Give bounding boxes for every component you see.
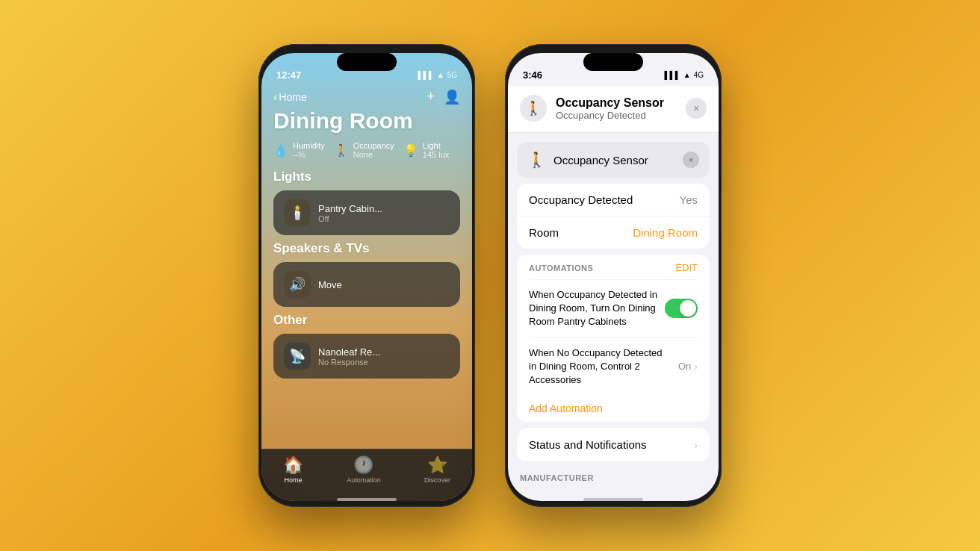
sensor-row-1: 💧 Humidity --% 🚶 Occupancy None 💡 (273, 141, 460, 159)
discover-tab-icon: ⭐ (427, 455, 447, 475)
nav-bar-1: ‹ Home + 👤 (273, 86, 460, 107)
battery-icon-1: 5G (447, 71, 457, 79)
nanoleaf-status: No Response (318, 358, 450, 367)
back-label-1: Home (279, 91, 306, 103)
nanoleaf-icon-wrap: 📡 (284, 343, 311, 370)
battery-icon-2: 4G (694, 71, 704, 79)
room-row[interactable]: Room Dining Room (517, 217, 710, 249)
tab-discover[interactable]: ⭐ Discover (424, 455, 450, 484)
signal-icon-1: ▌▌▌ (418, 71, 433, 79)
humidity-value: --% (293, 150, 325, 159)
status-time-2: 3:46 (523, 69, 542, 81)
automation-on-chevron-2: On › (678, 361, 698, 373)
sensor-card-close-button[interactable]: × (683, 152, 699, 168)
detail-header: 🚶 Occupancy Sensor Occupancy Detected × (508, 86, 719, 133)
speaker-icon-wrap: 🔊 (284, 271, 311, 298)
status-icons-2: ▌▌▌ ▲ 4G (664, 71, 704, 79)
nanoleaf-info: Nanoleaf Re... No Response (318, 346, 450, 367)
automation-row-2[interactable]: When No Occupancy Detected in Dining Roo… (529, 338, 698, 396)
light-label-small: Light (423, 141, 449, 150)
occupancy-detected-label: Occupancy Detected (529, 193, 633, 206)
automation-tab-icon: 🕐 (353, 455, 373, 475)
occupancy-icon-small: 🚶 (334, 143, 349, 158)
occupancy-detected-value: Yes (680, 193, 698, 206)
automation-text-2: When No Occupancy Detected in Dining Roo… (529, 346, 671, 387)
light-value-small: 145 lux (423, 150, 449, 159)
speaker-info: Move (318, 279, 450, 290)
phone1-screen: 12:47 ▌▌▌ ▲ 5G ‹ Home + 👤 Dining Room (261, 53, 472, 501)
pantry-info: Pantry Cabin... Off (318, 203, 450, 223)
pantry-status: Off (318, 214, 450, 223)
detail-close-button[interactable]: × (686, 98, 707, 119)
move-speaker-card[interactable]: 🔊 Move (273, 262, 460, 307)
occupancy-label-small: Occupancy (353, 141, 394, 150)
detail-title: Occupancy Sensor (556, 96, 677, 110)
occupancy-sensor-card: 🚶 Occupancy Sensor × (517, 142, 710, 178)
dynamic-island-2 (583, 53, 643, 71)
tab-home[interactable]: 🏠 Home (283, 455, 303, 484)
automations-edit-button[interactable]: EDIT (675, 262, 698, 273)
add-automation-button[interactable]: Add Automation (529, 395, 698, 422)
humidity-sensor: 💧 Humidity --% (273, 141, 325, 159)
other-section-title: Other (273, 313, 460, 328)
tab-bar-1: 🏠 Home 🕐 Automation ⭐ Discover (261, 449, 472, 501)
light-icon-small: 💡 (403, 143, 418, 158)
pantry-icon-wrap: 🕯️ (284, 199, 311, 226)
status-icons-1: ▌▌▌ ▲ 5G (418, 71, 457, 79)
automations-title: AUTOMATIONS (529, 264, 593, 273)
room-label: Room (529, 226, 559, 239)
dynamic-island-1 (337, 53, 397, 71)
lights-section-title: Lights (273, 169, 460, 184)
manufacturer-title: MANUFACTURER (517, 467, 710, 485)
pantry-name: Pantry Cabin... (318, 203, 450, 214)
back-button-1[interactable]: ‹ Home (273, 90, 307, 104)
home-tab-label: Home (285, 476, 303, 484)
status-time-1: 12:47 (276, 69, 301, 81)
add-icon-1[interactable]: + (427, 89, 435, 105)
phone1-content: ‹ Home + 👤 Dining Room 💧 Humidity --% (261, 86, 472, 379)
home-indicator-2 (583, 498, 643, 501)
sensor-card-icon: 🚶 (527, 151, 546, 169)
manufacturer-section: MANUFACTURER (517, 467, 710, 488)
tab-automation[interactable]: 🕐 Automation (347, 455, 381, 484)
detail-header-icon: 🚶 (520, 95, 547, 122)
phone-1: 12:47 ▌▌▌ ▲ 5G ‹ Home + 👤 Dining Room (258, 44, 475, 507)
pantry-cabinet-card[interactable]: 🕯️ Pantry Cabin... Off (273, 190, 460, 235)
automations-header: AUTOMATIONS EDIT (529, 255, 698, 280)
automation-row-1[interactable]: When Occupancy Detected in Dining Room, … (529, 280, 698, 338)
light-sensor-small: 💡 Light 145 lux (403, 141, 449, 159)
automation-text-1: When Occupancy Detected in Dining Room, … (529, 288, 657, 329)
phone2-screen: 3:46 ▌▌▌ ▲ 4G 🚶 Occupancy Sensor Occupan… (508, 53, 719, 501)
detail-title-wrap: Occupancy Sensor Occupancy Detected (556, 96, 677, 121)
nanoleaf-name: Nanoleaf Re... (318, 346, 450, 358)
status-chevron-icon: › (694, 439, 698, 451)
room-value: Dining Room (633, 226, 698, 239)
status-row: Status and Notifications › (517, 428, 710, 461)
discover-tab-label: Discover (424, 476, 450, 484)
automations-section: AUTOMATIONS EDIT When Occupancy Detected… (517, 255, 710, 422)
humidity-label: Humidity (293, 141, 325, 150)
wifi-icon-1: ▲ (437, 71, 444, 79)
status-notifications-label: Status and Notifications (529, 438, 647, 451)
home-indicator-1 (337, 498, 397, 501)
occupancy-detected-row: Occupancy Detected Yes (517, 184, 710, 217)
phone-2: 3:46 ▌▌▌ ▲ 4G 🚶 Occupancy Sensor Occupan… (505, 44, 722, 507)
speaker-name: Move (318, 279, 450, 290)
status-notifications-section[interactable]: Status and Notifications › (517, 428, 710, 461)
speakers-section-title: Speakers & TVs (273, 241, 460, 256)
automation-tab-label: Automation (347, 476, 381, 484)
sensor-card-label: Occupancy Sensor (553, 154, 675, 166)
signal-icon-2: ▌▌▌ (664, 71, 680, 79)
occupancy-value-small: None (353, 150, 394, 159)
info-section: Occupancy Detected Yes Room Dining Room (517, 184, 710, 249)
chevron-right-icon-2: › (694, 361, 698, 373)
people-icon-1[interactable]: 👤 (444, 89, 460, 105)
occupancy-sensor-small: 🚶 Occupancy None (334, 141, 394, 159)
detail-subtitle: Occupancy Detected (556, 110, 677, 121)
toggle-knob-1 (680, 300, 696, 317)
on-text-2: On (678, 361, 691, 372)
nanoleaf-card[interactable]: 📡 Nanoleaf Re... No Response (273, 334, 460, 379)
automation-toggle-1[interactable] (665, 299, 698, 318)
back-chevron-icon: ‹ (273, 90, 277, 104)
room-title-1: Dining Room (273, 108, 460, 134)
